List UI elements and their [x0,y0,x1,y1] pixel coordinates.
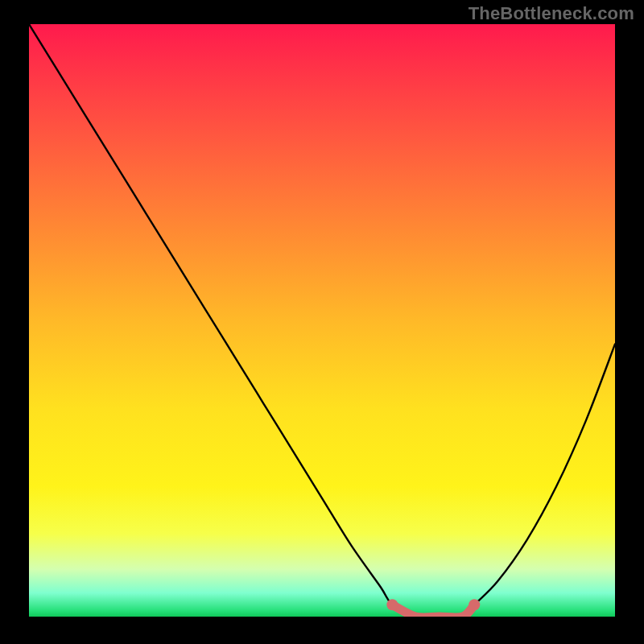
optimal-range-end-dot [469,599,480,610]
chart-frame: TheBottleneck.com [0,0,644,644]
optimal-range-band [392,605,474,617]
plot-area [29,24,615,617]
bottleneck-curve-path [29,24,615,617]
watermark-text: TheBottleneck.com [469,3,634,24]
curve-layer [29,24,615,617]
optimal-range-start-dot [386,599,398,610]
